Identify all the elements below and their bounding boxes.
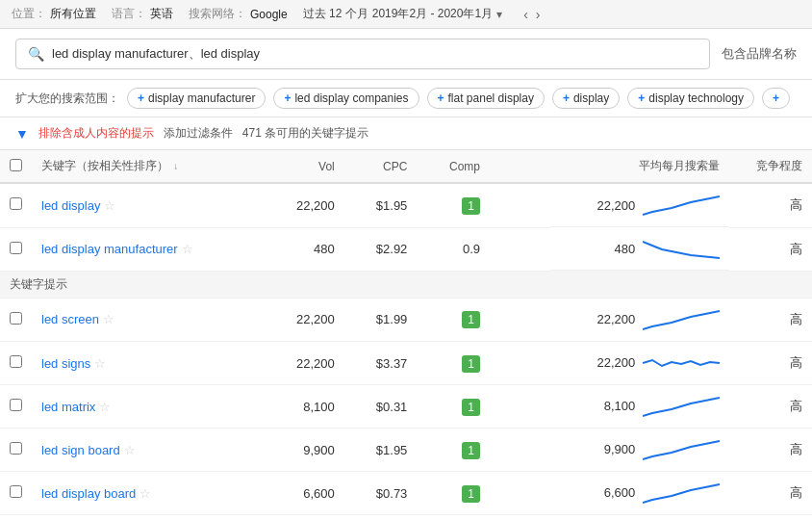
comp-badge: 1: [462, 355, 480, 373]
lang-label: 语言：: [112, 6, 146, 22]
comp-cell: 1: [417, 429, 490, 472]
comp-badge: 1: [462, 399, 480, 416]
comp-badge: 1: [462, 197, 480, 215]
dropdown-icon[interactable]: ▾: [496, 8, 502, 21]
chip-plus-icon: +: [438, 91, 444, 105]
chip-label: flat panel display: [448, 91, 534, 105]
competition-cell: 高: [729, 429, 812, 472]
star-icon[interactable]: ☆: [182, 242, 193, 256]
star-icon[interactable]: ☆: [99, 400, 111, 414]
star-icon[interactable]: ☆: [103, 312, 114, 326]
sparkline: [643, 349, 720, 377]
filter-count: 471 条可用的关键字提示: [242, 125, 368, 142]
monthly-vol: 6,600: [604, 485, 636, 500]
th-checkbox: [0, 150, 32, 183]
chip-label: display manufacturer: [148, 91, 255, 105]
keyword-link[interactable]: led signs: [41, 356, 90, 371]
location-value: 所有位置: [50, 6, 96, 22]
row-checkbox[interactable]: [10, 197, 22, 210]
next-arrow[interactable]: ›: [534, 7, 543, 22]
expand-label: 扩大您的搜索范围：: [15, 91, 119, 107]
exclude-adult-filter[interactable]: 排除含成人内容的提示: [38, 125, 154, 142]
comp-badge: 1: [462, 311, 480, 328]
row-checkbox[interactable]: [10, 442, 22, 455]
table-row: led display manufacturer☆480$2.920.9480 …: [0, 227, 812, 271]
keyword-link[interactable]: led display manufacturer: [41, 242, 178, 256]
cpc-cell: $0.73: [344, 472, 418, 515]
comp-cell: 1: [417, 183, 490, 227]
competition-cell: 高: [729, 385, 812, 429]
monthly-cell: 22,200: [550, 342, 729, 385]
add-filter-button[interactable]: 添加过滤条件: [164, 125, 233, 142]
date-range-value: 2019年2月 - 2020年1月: [372, 6, 493, 22]
keyword-link[interactable]: led matrix: [41, 400, 95, 414]
section-header-row: 关键字提示: [0, 271, 812, 298]
table-row: led display☆22,200$1.95122,200 高: [0, 183, 812, 227]
th-competition: 竞争程度: [729, 150, 812, 183]
vol-cell: 480: [247, 227, 344, 271]
network-label: 搜索网络：: [189, 6, 246, 22]
comp-cell: 1: [417, 342, 490, 385]
period-label: 过去 12 个月: [303, 6, 368, 22]
search-bar: 🔍 led display manufacturer、led display 包…: [0, 29, 812, 80]
top-bar: 位置： 所有位置 语言： 英语 搜索网络： Google 过去 12 个月 20…: [0, 0, 812, 29]
row-checkbox[interactable]: [10, 242, 22, 254]
star-icon[interactable]: ☆: [94, 356, 106, 371]
network-value: Google: [250, 8, 288, 21]
th-keyword[interactable]: 关键字（按相关性排序） ↓: [32, 150, 247, 183]
sparkline: [643, 234, 720, 263]
competition-cell: 高: [729, 298, 812, 342]
cpc-cell: $1.95: [344, 429, 418, 472]
row-checkbox[interactable]: [10, 312, 22, 325]
star-icon[interactable]: ☆: [140, 486, 151, 501]
vol-cell: 9,900: [247, 429, 344, 472]
competition-cell: 高: [729, 183, 812, 227]
chip-display[interactable]: + display: [552, 88, 620, 109]
chip-display-technology[interactable]: + display technology: [627, 88, 754, 109]
table-row: led matrix☆8,100$0.3118,100 高: [0, 385, 812, 429]
filter-icon: ▼: [15, 126, 29, 142]
comp-cell: 1: [417, 298, 490, 342]
star-icon[interactable]: ☆: [104, 198, 115, 213]
competition-cell: 高: [729, 472, 812, 515]
monthly-cell: 9,900: [550, 429, 729, 472]
chip-flat-panel-display[interactable]: + flat panel display: [427, 88, 545, 109]
th-vol: Vol: [247, 150, 344, 183]
star-icon[interactable]: ☆: [124, 443, 136, 457]
keyword-link[interactable]: led display: [41, 198, 100, 213]
select-all-checkbox[interactable]: [10, 159, 22, 171]
chip-label: led display companies: [294, 91, 408, 105]
row-checkbox[interactable]: [10, 399, 22, 411]
keyword-link[interactable]: led display board: [41, 486, 136, 501]
th-comp: Comp: [417, 150, 490, 183]
chip-display-manufacturer[interactable]: + display manufacturer: [127, 88, 266, 109]
comp-badge: 1: [462, 485, 480, 503]
row-checkbox[interactable]: [10, 355, 22, 368]
chip-more[interactable]: +: [762, 88, 790, 109]
language-item: 语言： 英语: [112, 6, 173, 22]
keyword-link[interactable]: led screen: [41, 312, 99, 326]
comp-cell: 1: [417, 385, 490, 429]
competition-cell: 高: [729, 227, 812, 271]
cpc-cell: $3.37: [344, 342, 418, 385]
expand-bar: 扩大您的搜索范围： + display manufacturer + led d…: [0, 80, 812, 117]
monthly-cell: 22,200: [550, 299, 729, 342]
sparkline: [643, 479, 720, 507]
sparkline: [643, 191, 720, 220]
table-row: led screen☆22,200$1.99122,200 高: [0, 298, 812, 342]
row-checkbox[interactable]: [10, 485, 22, 498]
vol-cell: 22,200: [247, 183, 344, 227]
search-input-wrap[interactable]: 🔍 led display manufacturer、led display: [15, 39, 710, 69]
sparkline: [643, 392, 720, 421]
cpc-cell: $1.95: [344, 183, 418, 227]
chip-led-display-companies[interactable]: + led display companies: [273, 88, 419, 109]
sparkline: [643, 305, 720, 334]
th-cpc: CPC: [344, 150, 418, 183]
monthly-cell: 6,600: [550, 472, 729, 515]
monthly-cell: 480: [550, 227, 729, 271]
keyword-link[interactable]: led sign board: [41, 443, 120, 457]
filter-bar: ▼ 排除含成人内容的提示 添加过滤条件 471 条可用的关键字提示: [0, 117, 812, 150]
location-label: 位置：: [12, 6, 46, 22]
lang-value: 英语: [150, 6, 173, 22]
prev-arrow[interactable]: ‹: [521, 7, 530, 22]
